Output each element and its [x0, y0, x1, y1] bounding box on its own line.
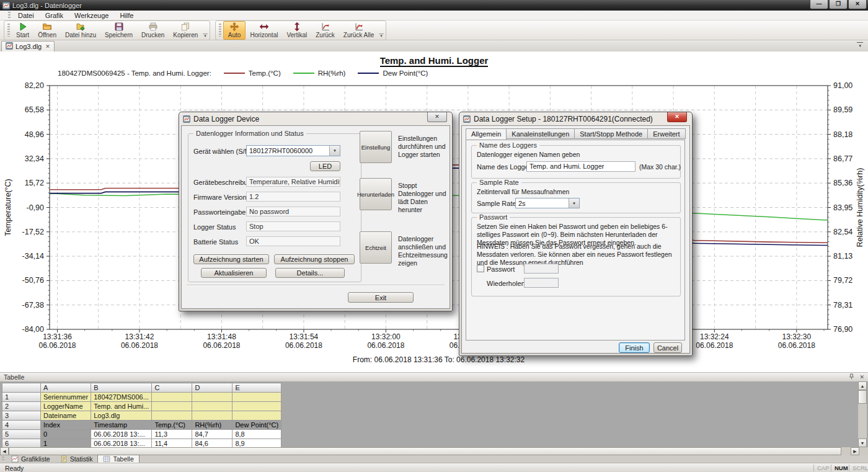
row-header[interactable]: 3	[2, 411, 41, 421]
device-dialog-titlebar[interactable]: Data Logger Device ✕	[179, 112, 452, 125]
led-button[interactable]: LED	[310, 161, 340, 171]
copy-icon	[180, 22, 190, 32]
column-header-D[interactable]: D	[192, 383, 232, 393]
view-tab-tabelle[interactable]: Tabelle	[97, 455, 139, 463]
table-cell[interactable]	[232, 411, 281, 421]
toolbar-button-speichern[interactable]: Speichern	[100, 21, 137, 40]
column-header-E[interactable]: E	[232, 383, 281, 393]
table-cell[interactable]: 0	[41, 430, 91, 439]
toolbar-button-datei-hinzu[interactable]: Datei hinzu	[61, 21, 100, 40]
einstellung-button[interactable]: Einstellung	[360, 131, 392, 163]
menu-item-werkzeuge[interactable]: Werkzeuge	[69, 11, 114, 20]
tabstrip-overflow-button[interactable]: ▾	[857, 42, 863, 48]
logger-name-input[interactable]: Temp. and Humi. Logger	[526, 161, 636, 172]
device-button-aufzeichnung-stoppen[interactable]: Aufzeichnung stoppen	[274, 254, 355, 264]
panel-close-icon[interactable]: ✕	[859, 374, 864, 380]
device-select[interactable]: 180127RHT0060000 ▼	[246, 145, 340, 156]
row-header[interactable]: 2	[2, 402, 41, 411]
device-button-aktualisieren[interactable]: Aktualisieren	[201, 268, 267, 278]
document-tab-close-icon[interactable]: ✕	[44, 43, 50, 50]
scroll-left-icon[interactable]: ◀	[0, 447, 9, 455]
herunterladen-button[interactable]: Herunterladen	[360, 178, 392, 210]
password-repeat-input[interactable]	[524, 278, 559, 288]
table-cell[interactable]: Temp.(°C)	[152, 421, 192, 430]
device-dialog-close-button[interactable]: ✕	[427, 112, 447, 122]
scroll-right-icon[interactable]: ▶	[851, 447, 859, 455]
row-header[interactable]: 5	[2, 430, 41, 439]
table-cell[interactable]: 84,7	[192, 430, 232, 439]
column-header-A[interactable]: A	[41, 383, 91, 393]
toolbar-button-drucken[interactable]: Drucken	[137, 21, 169, 40]
toolbar-button-auto[interactable]: Auto	[223, 21, 246, 40]
table-corner-header[interactable]	[2, 383, 41, 393]
toolbar-button-zurück[interactable]: Zurück	[311, 21, 339, 40]
setup-tab-allgemein[interactable]: Allgemein	[466, 128, 507, 140]
setup-tab-erweitert[interactable]: Erweitert	[648, 128, 685, 139]
table-cell[interactable]: Seriennummer	[41, 393, 91, 402]
scroll-down-icon[interactable]: ▼	[858, 439, 867, 447]
table-cell[interactable]	[192, 393, 232, 402]
toolbar-button-start[interactable]: Start	[12, 21, 33, 40]
table-cell[interactable]: RH(%rh)	[192, 421, 232, 430]
setup-tab-kanaleinstellungen[interactable]: Kanaleinstellungen	[507, 128, 575, 139]
scroll-up-icon[interactable]: ▲	[858, 381, 867, 390]
chevron-down-icon[interactable]: ▼	[329, 146, 340, 156]
row-header[interactable]: 1	[2, 393, 41, 402]
table-cell[interactable]: Dateiname	[41, 411, 91, 421]
add-file-icon	[76, 22, 86, 32]
password-checkbox[interactable]	[477, 265, 484, 272]
view-tab-grafikliste[interactable]: Grafikliste	[6, 455, 55, 463]
toolbar-button-zurück-alle[interactable]: Zurück Alle	[339, 21, 378, 40]
vertical-scrollbar[interactable]: ▲ ▼	[858, 381, 867, 447]
maximize-button[interactable]: ❐	[829, 0, 848, 9]
toolbar-overflow-icon[interactable]: ▾	[203, 33, 208, 38]
table-cell[interactable]: 11,3	[152, 430, 192, 439]
chevron-down-icon[interactable]: ▼	[569, 198, 579, 208]
table-cell[interactable]	[152, 402, 192, 411]
cancel-button[interactable]: Cancel	[653, 342, 682, 353]
menu-item-datei[interactable]: Datei	[12, 11, 40, 20]
sample-rate-select[interactable]: 2s ▼	[515, 198, 580, 208]
vertical-scroll-thumb[interactable]	[858, 390, 867, 404]
device-button-details-[interactable]: Details...	[275, 268, 345, 278]
toolbar-overflow-icon[interactable]: ▾	[379, 33, 384, 38]
echtzeit-button[interactable]: Echtzeit	[360, 231, 392, 264]
table-cell[interactable]	[152, 393, 192, 402]
toolbar-button-kopieren[interactable]: Kopieren	[169, 21, 202, 40]
table-cell[interactable]: Dew Point(°C)	[232, 421, 281, 430]
table-cell[interactable]: 180427DMS006...	[91, 393, 152, 402]
toolbar-button-vertikal[interactable]: Vertikal	[282, 21, 311, 40]
exit-button[interactable]: Exit	[348, 292, 414, 303]
view-tab-statistik[interactable]: Statistik	[55, 455, 98, 463]
toolbar-button-horizontal[interactable]: Horizontal	[246, 21, 282, 40]
pin-icon[interactable]	[849, 373, 854, 381]
table-cell[interactable]	[232, 393, 281, 402]
menu-item-grafik[interactable]: Grafik	[40, 11, 69, 20]
table-cell[interactable]: Temp. and Humi...	[91, 402, 152, 411]
table-cell[interactable]	[192, 402, 232, 411]
column-header-B[interactable]: B	[91, 383, 152, 393]
table-cell[interactable]: 8,8	[232, 430, 281, 439]
column-header-C[interactable]: C	[152, 383, 192, 393]
table-cell[interactable]: 06.06.2018 13:...	[91, 430, 152, 439]
setup-dialog-close-button[interactable]: ✕	[667, 112, 687, 122]
svg-text:06.06.2018: 06.06.2018	[121, 341, 158, 350]
table-cell[interactable]: Timestamp	[91, 421, 152, 430]
table-cell[interactable]	[152, 411, 192, 421]
minimize-button[interactable]: —	[810, 0, 828, 9]
table-cell[interactable]: Log3.dlg	[91, 411, 152, 421]
setup-dialog-titlebar[interactable]: Data Logger Setup - 180127RHT0064291(Con…	[459, 112, 692, 125]
table-cell[interactable]	[232, 402, 281, 411]
table-cell[interactable]: Index	[41, 421, 91, 430]
menu-item-hilfe[interactable]: Hilfe	[114, 11, 139, 20]
device-button-aufzeichnung-starten[interactable]: Aufzeichnung starten	[193, 254, 269, 264]
table-cell[interactable]	[192, 411, 232, 421]
toolbar-button-öffnen[interactable]: Öffnen	[33, 21, 61, 40]
setup-tab-start-stopp-methode[interactable]: Start/Stopp Methode	[575, 128, 648, 139]
finish-button[interactable]: Finish	[619, 342, 650, 353]
password-input[interactable]	[524, 264, 559, 274]
close-button[interactable]: ✕	[848, 0, 867, 9]
table-cell[interactable]: LoggerName	[41, 402, 91, 411]
row-header[interactable]: 4	[2, 421, 41, 430]
document-tab[interactable]: Log3.dlg ✕	[1, 41, 55, 51]
